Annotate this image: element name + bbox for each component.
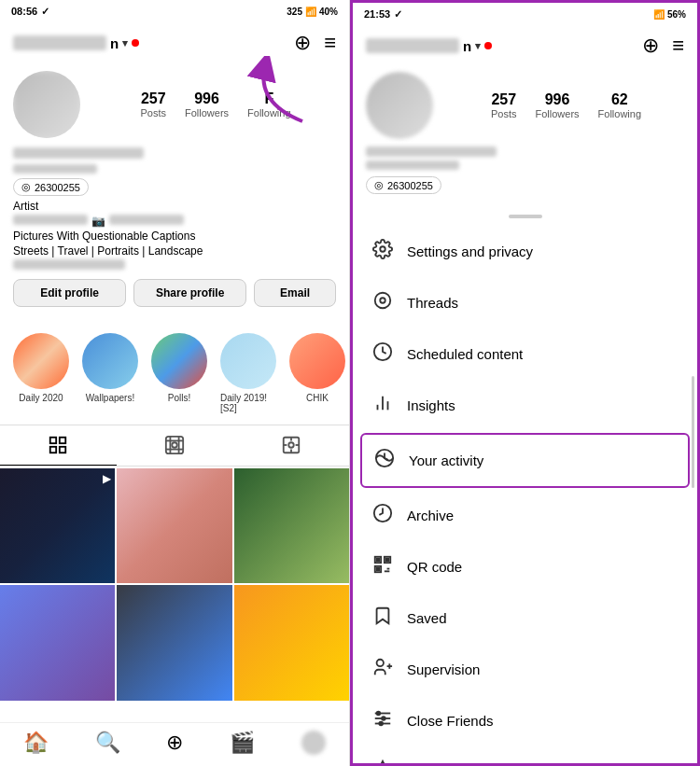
right-profile-section: 257 Posts 996 Followers 62 Following ◎ 2… <box>353 66 697 205</box>
highlight-label-1: Daily 2020 <box>19 393 63 403</box>
menu-item-your-activity[interactable]: Your activity <box>360 433 690 488</box>
wifi-right: 📶 <box>653 9 665 20</box>
supervision-label: Supervision <box>407 662 480 677</box>
svg-point-17 <box>380 246 385 252</box>
svg-point-45 <box>382 717 385 720</box>
search-icon[interactable]: 🔍 <box>95 731 120 755</box>
status-bar-left: 08:56 ✓ 325 📶 40% <box>0 0 349 22</box>
saved-label: Saved <box>407 610 447 626</box>
menu-item-saved[interactable]: Saved <box>353 592 697 644</box>
bio-blur2 <box>109 215 184 225</box>
close-friends-label: Close Friends <box>407 713 494 729</box>
posts-stat-right: 257 Posts <box>491 91 517 119</box>
reel-overlay-icon-1: ▶ <box>103 472 111 485</box>
highlight-item-3[interactable]: Polls! <box>151 333 207 413</box>
threads-badge-right[interactable]: ◎ 26300255 <box>366 176 441 194</box>
bottom-sheet: Settings and privacy Threads <box>353 215 697 766</box>
threads-menu-label: Threads <box>407 295 458 311</box>
stats-right: 257 Posts 996 Followers 62 Following <box>448 91 684 119</box>
svg-rect-3 <box>60 447 65 453</box>
tab-bar-left <box>0 425 349 467</box>
menu-item-insights[interactable]: Insights <box>353 380 697 431</box>
highlight-item-2[interactable]: Wallpapers! <box>82 333 138 413</box>
saved-icon <box>371 606 394 631</box>
profile-section-left: 257 Posts 996 Followers F Following ◎ 26… <box>0 63 349 326</box>
add-post-icon[interactable]: ⊕ <box>166 731 183 755</box>
menu-item-settings[interactable]: Settings and privacy <box>353 226 697 277</box>
followers-label-right: Followers <box>535 108 579 119</box>
grid-item-1[interactable]: ▶ <box>0 468 115 583</box>
username-n-right: n <box>463 38 471 54</box>
avatar-left <box>13 71 80 138</box>
scroll-indicator <box>692 376 694 488</box>
highlight-item-5[interactable]: CHIK <box>289 333 345 413</box>
highlights-row: Daily 2020 Wallpapers! Polls! Daily 2019… <box>0 326 349 421</box>
tab-grid[interactable] <box>0 425 117 466</box>
svg-point-38 <box>377 660 384 666</box>
wifi-icon: 📶 <box>305 7 316 17</box>
scheduled-label: Scheduled content <box>407 346 523 362</box>
bio-line1: Pictures With Questionable Captions <box>13 230 336 243</box>
grid-item-4[interactable] <box>0 585 115 700</box>
favorites-icon <box>371 759 394 766</box>
posts-stat: 257 Posts <box>140 91 166 118</box>
add-icon[interactable]: ⊕ <box>294 31 311 55</box>
bio-line2: Streets | Travel | Portraits | Landscape <box>13 244 336 258</box>
menu-item-supervision[interactable]: Supervision <box>353 644 697 695</box>
grid-item-3[interactable] <box>234 468 349 583</box>
svg-point-11 <box>288 442 294 448</box>
grid-item-5[interactable] <box>117 585 231 700</box>
email-button[interactable]: Email <box>254 279 336 307</box>
threads-badge-left[interactable]: ◎ 26300255 <box>13 178 89 196</box>
highlight-label-4: Daily 2019! [S2] <box>220 393 276 413</box>
profile-name-blur2 <box>13 164 97 174</box>
qr-label: QR code <box>407 559 462 575</box>
menu-item-threads[interactable]: Threads <box>353 277 697 328</box>
chevron-right-icon[interactable]: ▾ <box>475 40 481 52</box>
svg-rect-29 <box>377 559 380 562</box>
reels-nav-icon[interactable]: 🎬 <box>230 731 255 755</box>
menu-item-archive[interactable]: Archive <box>353 490 697 541</box>
threads-icon-right: ◎ <box>374 179 384 191</box>
svg-rect-0 <box>50 438 56 443</box>
highlight-item[interactable]: Daily 2020 <box>13 333 69 413</box>
home-icon[interactable]: 🏠 <box>23 731 49 755</box>
status-bar-right: 21:53 ✓ 📶 56% <box>353 3 697 25</box>
posts-count-right: 257 <box>491 91 516 108</box>
highlight-circle-4 <box>220 333 276 389</box>
reels-icon <box>164 435 185 455</box>
followers-label: Followers <box>185 107 229 118</box>
share-profile-button[interactable]: Share profile <box>133 279 246 307</box>
svg-rect-30 <box>386 559 389 562</box>
top-nav-left: n ▾ ⊕ ≡ <box>0 22 349 63</box>
followers-count-right: 996 <box>545 91 570 108</box>
profile-nav-avatar[interactable] <box>301 731 326 755</box>
username-area-right: n ▾ <box>366 38 492 54</box>
grid-item-6[interactable] <box>234 585 349 700</box>
battery-right: 56% <box>667 9 686 20</box>
chevron-down-icon[interactable]: ▾ <box>122 37 128 49</box>
followers-stat: 996 Followers <box>185 91 229 118</box>
hamburger-icon-right[interactable]: ≡ <box>672 34 684 58</box>
avatar-right <box>366 72 433 139</box>
tab-tagged[interactable] <box>232 425 349 466</box>
left-panel: 08:56 ✓ 325 📶 40% n ▾ ⊕ ≡ 25 <box>0 0 350 766</box>
edit-profile-button[interactable]: Edit profile <box>13 279 126 307</box>
signal-left: 325 <box>287 7 302 17</box>
menu-item-close-friends[interactable]: Close Friends <box>353 695 697 746</box>
followers-stat-right: 996 Followers <box>535 91 579 119</box>
profile-stats-row: 257 Posts 996 Followers F Following <box>13 71 336 138</box>
menu-item-qr[interactable]: QR code <box>353 541 697 592</box>
svg-marker-47 <box>374 761 391 766</box>
highlight-item-4[interactable]: Daily 2019! [S2] <box>220 333 276 413</box>
hamburger-icon[interactable]: ≡ <box>324 31 336 55</box>
settings-icon <box>371 239 394 264</box>
add-icon-right[interactable]: ⊕ <box>642 34 659 58</box>
scheduled-icon <box>371 341 394 367</box>
archive-label: Archive <box>407 508 454 523</box>
supervision-icon <box>371 657 394 682</box>
grid-item-2[interactable] <box>117 468 231 583</box>
menu-item-scheduled[interactable]: Scheduled content <box>353 328 697 380</box>
menu-item-favorites[interactable]: Favorites <box>353 746 697 766</box>
tab-reels[interactable] <box>117 425 233 466</box>
